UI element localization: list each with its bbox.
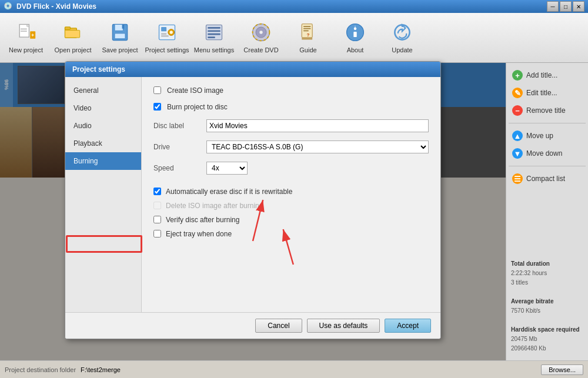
harddisk-label: Harddisk space required (511, 325, 583, 334)
nav-video[interactable]: Video (65, 99, 141, 117)
guide-icon: ? (296, 21, 320, 44)
toolbar-create-dvd[interactable]: Create DVD (238, 15, 285, 61)
toolbar-project-settings[interactable]: Project settings (143, 15, 191, 61)
project-settings-dialog: Project settings General Video Audio Pla… (65, 61, 441, 339)
remove-title-button[interactable]: − Remove title (509, 103, 586, 118)
harddisk-mb: 20475 Mb (511, 334, 583, 344)
svg-rect-31 (303, 26, 311, 28)
avg-bitrate-value: 7570 Kbit/s (511, 306, 583, 316)
svg-rect-23 (208, 34, 220, 35)
project-settings-icon (155, 21, 179, 44)
add-title-button[interactable]: + Add title... (509, 68, 586, 83)
cancel-button[interactable]: Cancel (255, 319, 302, 333)
left-panel: 98% 04_Henri_II E:\Test videos\3 AVI fil… (0, 63, 506, 360)
svg-rect-24 (208, 37, 215, 39)
move-up-button[interactable]: ▲ Move up (509, 128, 586, 143)
create-iso-row: Create ISO image (153, 86, 429, 95)
toolbar: + New project Open project Save project … (0, 13, 588, 63)
toolbar-guide[interactable]: ? Guide (285, 15, 332, 61)
dialog-nav: General Video Audio Playback Burning (65, 77, 142, 312)
toolbar-save-project[interactable]: Save project (96, 15, 143, 61)
delete-iso-label: Delete ISO image after burning (166, 202, 263, 210)
dialog-content-burning: Create ISO image Burn project to disc Di… (142, 77, 440, 312)
eject-checkbox[interactable] (153, 230, 161, 237)
toolbar-about[interactable]: i About (332, 15, 379, 61)
toolbar-update[interactable]: Update (379, 15, 426, 61)
about-label: About (347, 46, 364, 54)
sidebar-divider-1 (509, 123, 586, 123)
compact-list-label: Compact list (526, 175, 565, 183)
auto-erase-label[interactable]: Automatically erase disc if it is rewrit… (166, 188, 292, 196)
svg-rect-9 (65, 31, 80, 38)
harddisk-kb: 20966480 Kb (511, 344, 583, 353)
dest-path: F:\test2merge (81, 366, 536, 373)
nav-general[interactable]: General (65, 82, 141, 99)
toolbar-menu-settings[interactable]: Menu settings (191, 15, 238, 61)
nav-playback[interactable]: Playback (65, 135, 141, 152)
accept-button[interactable]: Accept (385, 319, 431, 333)
main-area: 98% 04_Henri_II E:\Test videos\3 AVI fil… (0, 63, 588, 360)
open-project-icon (61, 21, 85, 44)
svg-text:?: ? (307, 33, 310, 38)
remove-title-label: Remove title (526, 106, 566, 115)
dialog-overlay: Project settings General Video Audio Pla… (0, 63, 506, 360)
dialog-body: General Video Audio Playback Burning Cre… (65, 77, 440, 312)
svg-rect-8 (65, 27, 71, 29)
drive-row: Drive TEAC BD-C16SS-A S.0B (G) (153, 141, 429, 153)
down-icon: ▼ (512, 148, 523, 159)
burn-project-row: Burn project to disc (153, 103, 429, 111)
update-icon (390, 21, 414, 44)
create-iso-checkbox[interactable] (153, 86, 161, 94)
toolbar-open-project[interactable]: Open project (49, 15, 96, 61)
svg-rect-3 (21, 29, 27, 29)
verify-label[interactable]: Verify disc after burning (166, 216, 239, 224)
burn-project-label[interactable]: Burn project to disc (167, 103, 228, 111)
new-project-icon: + (14, 21, 38, 44)
delete-iso-checkbox[interactable] (153, 202, 161, 209)
svg-rect-12 (122, 25, 125, 29)
svg-rect-32 (303, 28, 311, 29)
browse-button[interactable]: Browse... (541, 364, 583, 375)
dialog-footer: Cancel Use as defaults Accept (65, 312, 440, 339)
toolbar-new-project[interactable]: + New project (2, 15, 49, 61)
delete-iso-row: Delete ISO image after burning (153, 202, 429, 210)
about-icon: i (343, 21, 367, 44)
maximize-button[interactable]: □ (560, 1, 572, 12)
verify-checkbox[interactable] (153, 216, 161, 223)
svg-point-27 (259, 31, 262, 34)
speed-select[interactable]: 1x 2x 4x 8x 16x Max (206, 162, 248, 175)
right-sidebar: + Add title... ✎ Edit title... − Remove … (506, 63, 588, 360)
titles-count: 3 titles (511, 278, 583, 287)
eject-label[interactable]: Eject tray when done (166, 230, 232, 238)
svg-rect-30 (302, 38, 312, 40)
disc-label-input[interactable] (206, 119, 429, 132)
drive-select[interactable]: TEAC BD-C16SS-A S.0B (G) (206, 141, 429, 153)
create-dvd-label: Create DVD (243, 46, 278, 54)
burn-project-checkbox[interactable] (153, 103, 161, 111)
move-down-button[interactable]: ▼ Move down (509, 146, 586, 161)
sidebar-info: Total duration 2:22:32 hours 3 titles Av… (509, 257, 586, 356)
sidebar-divider-2 (509, 166, 586, 166)
auto-erase-row: Automatically erase disc if it is rewrit… (153, 188, 429, 196)
nav-audio[interactable]: Audio (65, 117, 141, 135)
edit-title-button[interactable]: ✎ Edit title... (509, 85, 586, 101)
open-project-label: Open project (55, 46, 92, 54)
svg-rect-22 (208, 31, 220, 32)
svg-rect-16 (161, 34, 166, 35)
use-as-defaults-button[interactable]: Use as defaults (307, 319, 380, 333)
dest-label: Project destination folder (5, 366, 76, 373)
svg-rect-13 (115, 34, 125, 39)
create-iso-label[interactable]: Create ISO image (167, 86, 223, 95)
edit-icon: ✎ (512, 88, 523, 98)
add-title-label: Add title... (526, 71, 557, 79)
app-icon: 💿 (4, 2, 13, 11)
compact-list-button[interactable]: ☰ Compact list (509, 171, 586, 186)
close-button[interactable]: ✕ (573, 1, 584, 12)
dialog-title: Project settings (65, 62, 440, 77)
svg-rect-15 (161, 27, 166, 31)
nav-burning[interactable]: Burning (65, 152, 141, 170)
auto-erase-checkbox[interactable] (153, 188, 161, 195)
save-project-icon (108, 21, 132, 44)
minimize-button[interactable]: ─ (547, 1, 559, 12)
speed-label: Speed (153, 164, 201, 172)
